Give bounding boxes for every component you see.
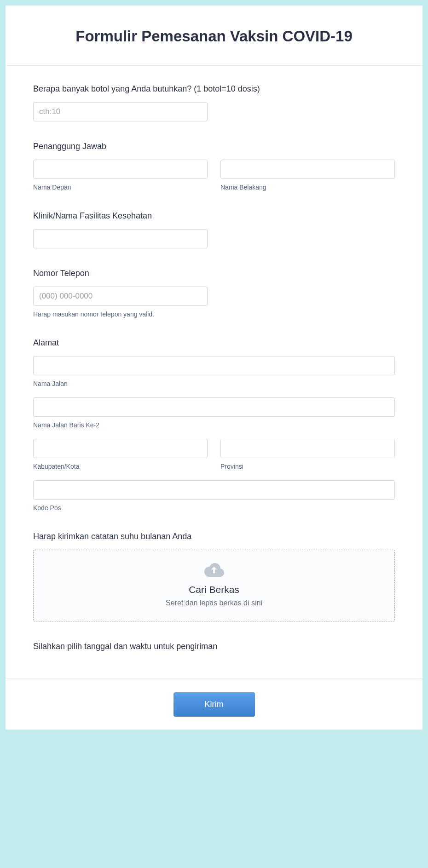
street2-input[interactable] (33, 397, 395, 417)
form-body: Berapa banyak botol yang Anda butuhkan? … (6, 66, 422, 678)
datetime-field-group: Silahkan pilih tanggal dan waktu untuk p… (33, 642, 395, 651)
city-sublabel: Kabupaten/Kota (33, 463, 208, 470)
province-sublabel: Provinsi (220, 463, 395, 470)
phone-label: Nomor Telepon (33, 269, 395, 278)
file-upload-area[interactable]: Cari Berkas Seret dan lepas berkas di si… (33, 550, 395, 621)
form-card: Formulir Pemesanan Vaksin COVID-19 Berap… (6, 6, 422, 730)
last-name-sublabel: Nama Belakang (220, 184, 395, 191)
address-label: Alamat (33, 338, 395, 348)
last-name-input[interactable] (220, 160, 395, 179)
clinic-field-group: Klinik/Nama Fasilitas Kesehatan (33, 211, 395, 248)
responsible-label: Penanggung Jawab (33, 142, 395, 151)
province-input[interactable] (220, 439, 395, 458)
upload-field-group: Harap kirimkan catatan suhu bulanan Anda… (33, 532, 395, 621)
upload-cloud-icon (43, 562, 385, 579)
address-field-group: Alamat Nama Jalan Nama Jalan Baris Ke-2 … (33, 338, 395, 512)
upload-label: Harap kirimkan catatan suhu bulanan Anda (33, 532, 395, 541)
street-input[interactable] (33, 356, 395, 375)
street2-sublabel: Nama Jalan Baris Ke-2 (33, 421, 395, 429)
form-footer: Kirim (6, 678, 422, 730)
first-name-input[interactable] (33, 160, 208, 179)
phone-input[interactable] (33, 287, 208, 306)
form-header: Formulir Pemesanan Vaksin COVID-19 (6, 6, 422, 66)
responsible-field-group: Penanggung Jawab Nama Depan Nama Belakan… (33, 142, 395, 191)
quantity-input[interactable] (33, 102, 208, 121)
submit-button[interactable]: Kirim (174, 692, 255, 717)
clinic-label: Klinik/Nama Fasilitas Kesehatan (33, 211, 395, 221)
page-title: Formulir Pemesanan Vaksin COVID-19 (24, 28, 404, 45)
clinic-input[interactable] (33, 229, 208, 248)
phone-sublabel: Harap masukan nomor telepon yang valid. (33, 310, 208, 318)
datetime-label: Silahkan pilih tanggal dan waktu untuk p… (33, 642, 395, 651)
street-sublabel: Nama Jalan (33, 380, 395, 387)
quantity-field-group: Berapa banyak botol yang Anda butuhkan? … (33, 84, 395, 121)
upload-sub: Seret dan lepas berkas di sini (43, 599, 385, 607)
upload-title: Cari Berkas (43, 584, 385, 595)
quantity-label: Berapa banyak botol yang Anda butuhkan? … (33, 84, 395, 94)
postal-sublabel: Kode Pos (33, 504, 395, 512)
first-name-sublabel: Nama Depan (33, 184, 208, 191)
city-input[interactable] (33, 439, 208, 458)
postal-input[interactable] (33, 480, 395, 500)
phone-field-group: Nomor Telepon Harap masukan nomor telepo… (33, 269, 395, 318)
